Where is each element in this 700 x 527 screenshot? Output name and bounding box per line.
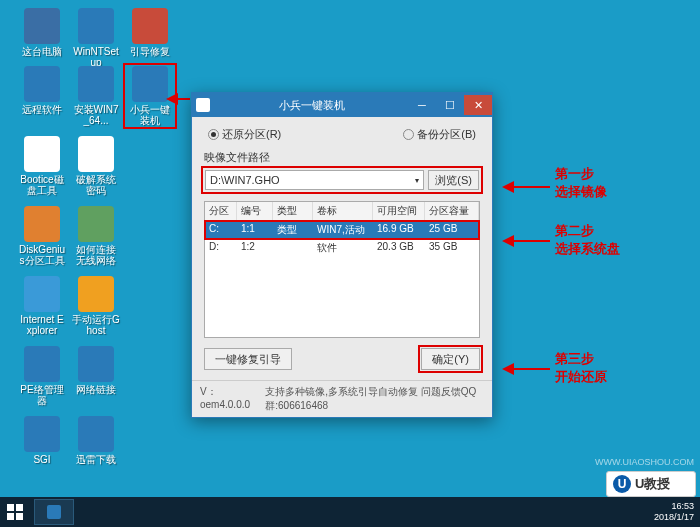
desktop-icon[interactable]: SGI [18,416,66,465]
annotation-step3: 第三步 开始还原 [555,350,607,386]
svg-rect-7 [16,513,23,520]
icon-label: 如何连接无线网络 [72,244,120,266]
desktop-icon[interactable]: 这台电脑 [18,8,66,57]
icon-label: DiskGenius分区工具 [18,244,66,266]
taskbar: 16:53 2018/1/17 [0,497,700,527]
col-number[interactable]: 编号 [237,202,273,220]
icon-image [132,8,168,44]
col-type[interactable]: 类型 [273,202,313,220]
col-partition[interactable]: 分区 [205,202,237,220]
icon-image [78,206,114,242]
desktop-icon[interactable]: 破解系统密码 [72,136,120,196]
icon-image [78,346,114,382]
desktop-icon[interactable]: 远程软件 [18,66,66,115]
icon-image [24,206,60,242]
desktop-icon[interactable]: WinNTSetup [72,8,120,68]
partition-table: 分区 编号 类型 卷标 可用空间 分区容量 C:1:1类型WIN7,活动16.9… [204,201,480,338]
col-free[interactable]: 可用空间 [373,202,425,220]
svg-rect-5 [16,504,23,511]
desktop-icon[interactable]: 手动运行Ghost [72,276,120,336]
icon-image [132,66,168,102]
path-input[interactable]: D:\WIN7.GHO ▾ [205,170,424,190]
desktop-icon[interactable]: Internet Explorer [18,276,66,336]
browse-button[interactable]: 浏览(S) [428,170,479,190]
logo-badge: UU教授 [606,471,696,497]
icon-label: 迅雷下载 [72,454,120,465]
installer-window: 小兵一键装机 ─ ☐ ✕ 还原分区(R) 备份分区(B) 映像文件路径 D:\W… [191,92,493,418]
arrow-to-icon [166,90,190,108]
icon-label: Internet Explorer [18,314,66,336]
radio-icon [403,129,414,140]
app-icon [196,98,210,112]
col-volume[interactable]: 卷标 [313,202,373,220]
window-title: 小兵一键装机 [216,98,408,113]
chevron-down-icon: ▾ [415,176,419,185]
backup-radio[interactable]: 备份分区(B) [403,127,476,142]
icon-label: Bootice磁盘工具 [18,174,66,196]
ok-button[interactable]: 确定(Y) [421,348,480,370]
icon-label: 手动运行Ghost [72,314,120,336]
icon-image [24,276,60,312]
table-row[interactable]: C:1:1类型WIN7,活动16.9 GB25 GB [205,221,479,239]
minimize-button[interactable]: ─ [408,95,436,115]
desktop-icon[interactable]: PE络管理器 [18,346,66,406]
icon-label: 安装WIN7_64... [72,104,120,126]
icon-image [24,416,60,452]
desktop-icon[interactable]: 如何连接无线网络 [72,206,120,266]
desktop-icon[interactable]: 迅雷下载 [72,416,120,465]
svg-rect-4 [7,504,14,511]
radio-icon [208,129,219,140]
icon-image [24,66,60,102]
arrow-step1 [500,178,550,196]
svg-rect-6 [7,513,14,520]
maximize-button[interactable]: ☐ [436,95,464,115]
desktop-icon[interactable]: 引导修复 [126,8,174,57]
icon-label: SGI [18,454,66,465]
titlebar[interactable]: 小兵一键装机 ─ ☐ ✕ [192,93,492,117]
icon-label: WinNTSetup [72,46,120,68]
system-tray[interactable]: 16:53 2018/1/17 [654,501,700,523]
icon-image [78,416,114,452]
icon-label: 破解系统密码 [72,174,120,196]
desktop-icon[interactable]: 安装WIN7_64... [72,66,120,126]
icon-image [78,276,114,312]
start-button[interactable] [0,497,30,527]
icon-image [24,346,60,382]
icon-image [78,66,114,102]
watermark: WWW.UIAOSHOU.COM [595,457,694,467]
annotation-step2: 第二步 选择系统盘 [555,222,620,258]
arrow-step2 [500,232,550,250]
icon-image [78,8,114,44]
icon-label: 这台电脑 [18,46,66,57]
desktop-icon[interactable]: Bootice磁盘工具 [18,136,66,196]
icon-label: PE络管理器 [18,384,66,406]
annotation-step1: 第一步 选择镜像 [555,165,607,201]
path-label: 映像文件路径 [204,150,480,165]
icon-label: 引导修复 [126,46,174,57]
col-size[interactable]: 分区容量 [425,202,479,220]
icon-image [24,8,60,44]
taskbar-app[interactable] [34,499,74,525]
icon-label: 网络链接 [72,384,120,395]
restore-radio[interactable]: 还原分区(R) [208,127,281,142]
table-row[interactable]: D:1:2软件20.3 GB35 GB [205,239,479,257]
arrow-step3 [500,360,550,378]
icon-image [24,136,60,172]
desktop-icon[interactable]: DiskGenius分区工具 [18,206,66,266]
icon-label: 远程软件 [18,104,66,115]
icon-image [78,136,114,172]
repair-boot-button[interactable]: 一键修复引导 [204,348,292,370]
desktop-icon[interactable]: 网络链接 [72,346,120,395]
status-bar: V：oem4.0.0.0 支持多种镜像,多系统引导自动修复 问题反馈QQ群:60… [192,380,492,417]
close-button[interactable]: ✕ [464,95,492,115]
